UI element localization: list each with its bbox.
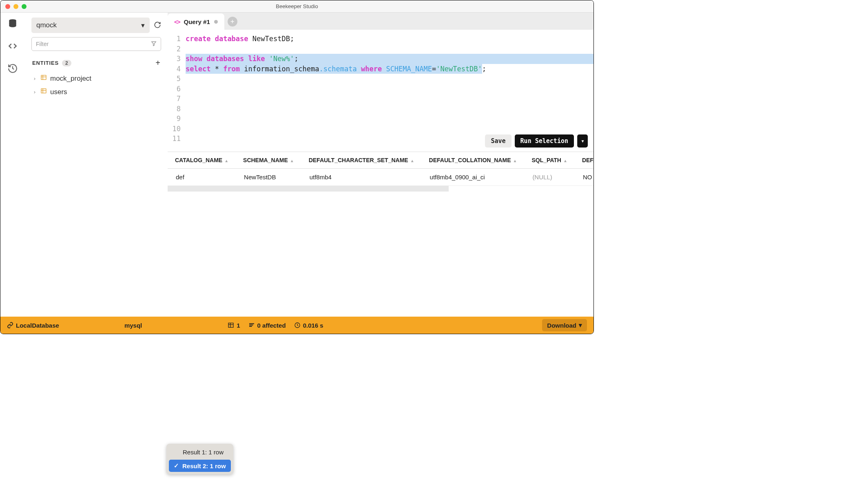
line-number: 7 <box>168 94 181 104</box>
sort-icon: ▲ <box>513 159 517 163</box>
app-window: Beekeeper Studio qmock ▾ <box>0 0 594 334</box>
titlebar: Beekeeper Studio <box>0 0 593 13</box>
code-text: . <box>319 65 323 73</box>
tab-query-1[interactable]: <> Query #1 <box>168 13 224 30</box>
line-number: 3 <box>168 54 181 64</box>
tab-label: Query #1 <box>184 18 210 25</box>
kw: databases <box>206 55 244 63</box>
download-button[interactable]: Download ▾ <box>542 319 587 331</box>
run-dropdown-button[interactable]: ▾ <box>577 134 588 148</box>
line-number: 4 <box>168 64 181 74</box>
line-number: 1 <box>168 34 181 44</box>
column-header[interactable]: SQL_PATH▲ <box>524 152 575 169</box>
code-text: = <box>432 65 436 73</box>
cell: utf8mb4 <box>301 169 422 186</box>
filter-placeholder: Filter <box>36 41 49 47</box>
cell: (NULL) <box>524 169 575 186</box>
code-icon: <> <box>174 18 180 25</box>
cell: def <box>168 169 236 186</box>
time-value: 0.016 s <box>303 322 323 329</box>
chevron-right-icon: › <box>32 75 37 82</box>
database-selector-value: qmock <box>36 21 57 29</box>
history-rail-icon[interactable] <box>7 63 18 75</box>
unsaved-indicator-icon <box>214 20 218 24</box>
table-icon <box>40 88 47 96</box>
code-text: NewTestDB; <box>248 35 294 43</box>
filter-input[interactable]: Filter <box>31 37 161 51</box>
download-label: Download <box>547 322 576 329</box>
col-label: DEFAULT_CHARACTER_SET_NAME <box>309 157 408 163</box>
clock-icon <box>294 322 301 328</box>
line-number: 9 <box>168 114 181 124</box>
svg-marker-1 <box>152 42 156 46</box>
column-header[interactable]: SCHEMA_NAME▲ <box>236 152 301 169</box>
table-icon <box>40 74 47 83</box>
results-panel: CATALOG_NAME▲ SCHEMA_NAME▲ DEFAULT_CHARA… <box>168 152 593 317</box>
table-row[interactable]: def NewTestDB utf8mb4 utf8mb4_0900_ai_ci… <box>168 169 593 186</box>
code-text: * <box>210 65 223 73</box>
svg-rect-2 <box>41 75 46 80</box>
queries-rail-icon[interactable] <box>7 41 18 53</box>
chevron-down-icon: ▾ <box>579 322 582 329</box>
results-header-row: CATALOG_NAME▲ SCHEMA_NAME▲ DEFAULT_CHARA… <box>168 152 593 169</box>
engine-label: mysql <box>124 322 142 329</box>
filter-icon <box>151 41 157 48</box>
line-number: 10 <box>168 124 181 134</box>
run-selection-button[interactable]: Run Selection <box>515 134 574 148</box>
sql-editor[interactable]: 1 2 3 4 5 6 7 8 9 10 11 create database … <box>168 30 593 152</box>
table-item-users[interactable]: › users <box>31 85 161 99</box>
add-entity-button[interactable]: + <box>155 58 160 68</box>
affected-value: 0 affected <box>257 322 286 329</box>
col-label: CATALOG_NAME <box>175 157 222 163</box>
connection-status[interactable]: LocalDatabase <box>7 322 59 329</box>
column-header[interactable]: CATALOG_NAME▲ <box>168 152 236 169</box>
table-icon <box>228 322 234 328</box>
column-header[interactable]: DEFAULT_CHARACTER_SET_NAME▲ <box>301 152 422 169</box>
database-selector[interactable]: qmock ▾ <box>31 18 150 33</box>
database-rail-icon[interactable] <box>7 18 18 30</box>
refresh-button[interactable] <box>154 21 161 30</box>
sort-icon: ▲ <box>224 159 228 163</box>
main-area: <> Query #1 + 1 2 3 4 5 6 7 8 9 <box>168 13 593 317</box>
cell: utf8mb4_0900_ai_ci <box>422 169 525 186</box>
results-table: CATALOG_NAME▲ SCHEMA_NAME▲ DEFAULT_CHARA… <box>168 152 593 186</box>
line-gutter: 1 2 3 4 5 6 7 8 9 10 11 <box>168 30 184 152</box>
line-number: 5 <box>168 74 181 84</box>
kw: select <box>186 65 210 73</box>
table-item-mock-project[interactable]: › mock_project <box>31 72 161 85</box>
sort-icon: ▲ <box>290 159 294 163</box>
kw: create <box>186 35 210 43</box>
code-text: ; <box>482 65 486 73</box>
kw: like <box>248 55 265 63</box>
sidebar: qmock ▾ Filter ENTITIES 2 + <box>25 13 168 317</box>
svg-rect-8 <box>228 323 233 328</box>
time-status: 0.016 s <box>294 322 323 329</box>
col-label: DEFAULT_COLLATION_NAME <box>429 157 511 163</box>
svg-rect-11 <box>249 323 254 324</box>
tabstrip: <> Query #1 + <box>168 13 593 30</box>
identifier: schemata <box>323 65 357 73</box>
entities-heading: ENTITIES 2 <box>32 60 71 66</box>
rows-icon <box>248 322 255 328</box>
string: 'NewTestDB' <box>436 65 482 73</box>
string: 'New%' <box>269 55 294 63</box>
col-label: SQL_PATH <box>531 157 561 163</box>
window-title: Beekeeper Studio <box>0 3 593 9</box>
horizontal-scrollbar[interactable] <box>168 186 449 192</box>
code-area[interactable]: create database NewTestDB; show database… <box>184 30 593 152</box>
editor-actions: Save Run Selection ▾ <box>485 134 588 148</box>
column-header[interactable]: DEFAULT_COLLATION_NAME▲ <box>422 152 525 169</box>
chevron-right-icon: › <box>32 89 37 95</box>
line-number: 8 <box>168 104 181 114</box>
row-count-status: 1 <box>228 322 240 329</box>
cell: NO <box>575 169 593 186</box>
new-tab-button[interactable]: + <box>228 17 237 26</box>
save-button[interactable]: Save <box>485 134 511 148</box>
kw: where <box>361 65 382 73</box>
table-name: mock_project <box>50 75 91 83</box>
table-name: users <box>50 88 67 96</box>
column-header[interactable]: DEFAULT_E <box>575 152 593 169</box>
kw: show <box>186 55 202 63</box>
affected-status: 0 affected <box>248 322 286 329</box>
sort-icon: ▲ <box>410 159 414 163</box>
